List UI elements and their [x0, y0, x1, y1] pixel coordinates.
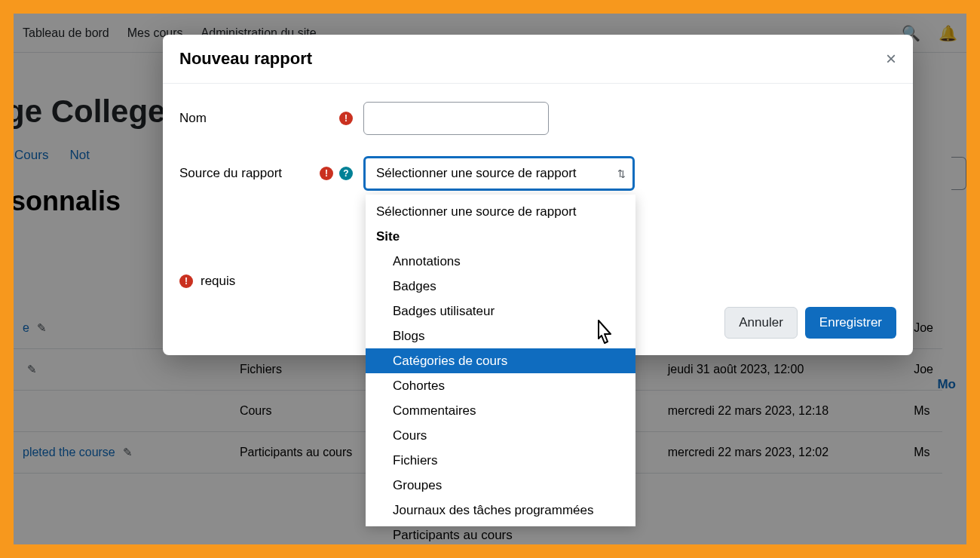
cancel-button[interactable]: Annuler [724, 307, 798, 339]
required-icon: ! [339, 112, 353, 125]
dropdown-option-placeholder[interactable]: Sélectionner une source de rapport [366, 199, 635, 224]
report-source-dropdown: Sélectionner une source de rapportSiteAn… [366, 195, 635, 526]
dropdown-option[interactable]: Badges utilisateur [366, 299, 635, 323]
dropdown-option[interactable]: Cours [366, 423, 635, 448]
dropdown-option[interactable]: Badges [366, 274, 635, 299]
name-row: Nom ! [179, 102, 896, 135]
name-input[interactable] [363, 102, 549, 135]
required-icon: ! [179, 274, 193, 288]
chevron-updown-icon: ⇅ [617, 168, 626, 179]
dropdown-option[interactable]: Groupes [366, 473, 635, 498]
dropdown-option[interactable]: Catégories de cours [366, 348, 635, 373]
name-label: Nom [179, 111, 207, 126]
dropdown-group-site: Site [366, 224, 635, 249]
close-icon[interactable]: × [886, 48, 896, 69]
required-icon: ! [320, 167, 333, 180]
help-icon[interactable]: ? [339, 167, 353, 180]
dropdown-option[interactable]: Participants au cours [366, 523, 635, 544]
select-value: Sélectionner une source de rapport [376, 166, 577, 181]
source-label: Source du rapport [179, 166, 282, 181]
source-row: Source du rapport ! ? Sélectionner une s… [179, 156, 896, 191]
dropdown-option[interactable]: Cohortes [366, 373, 635, 398]
dropdown-option[interactable]: Blogs [366, 323, 635, 348]
dropdown-option[interactable]: Annotations [366, 249, 635, 274]
save-button[interactable]: Enregistrer [805, 307, 896, 339]
dropdown-option[interactable]: Commentaires [366, 398, 635, 423]
report-source-select[interactable]: Sélectionner une source de rapport [363, 156, 635, 191]
dropdown-option[interactable]: Journaux des tâches programmées [366, 498, 635, 523]
modal-title: Nouveau rapport [179, 49, 312, 69]
dropdown-option[interactable]: Fichiers [366, 448, 635, 473]
